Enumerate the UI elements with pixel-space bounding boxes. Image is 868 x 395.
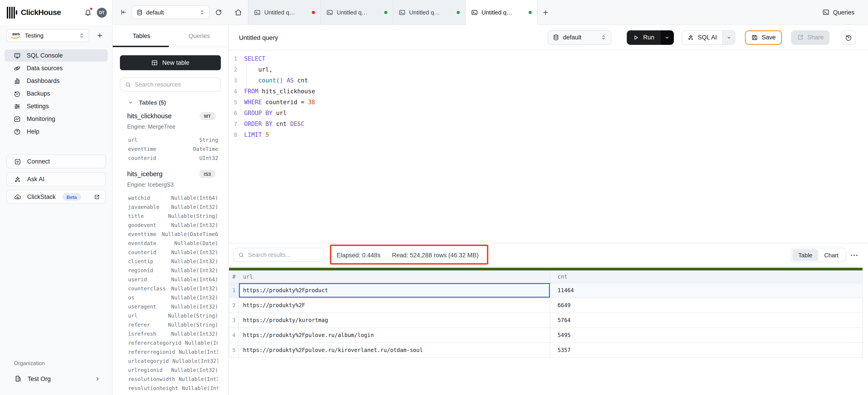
row-index: 2 [229,298,239,313]
new-table-button[interactable]: New table [120,55,221,70]
column-row: useragentNullable(Int32) [128,302,218,311]
column-name: userid [128,276,147,283]
database-selector[interactable]: default [132,5,210,19]
result-cell-cnt[interactable]: 6649 [550,298,862,313]
sidebar-item-backups[interactable]: Backups [4,87,108,100]
query-title[interactable]: Untitled query [239,34,278,41]
result-cell-url[interactable]: https://produkty%2Fpulove.ru/kiroverlane… [239,343,550,358]
line-number: 5 [228,97,237,108]
query-tab-status-dot [529,11,532,14]
workspace-selector[interactable]: aws Testing [6,29,89,42]
avatar[interactable]: DT [97,7,107,18]
tab-queries[interactable]: Queries [170,25,228,47]
run-options-chevron[interactable] [661,30,674,45]
backup-history-icon [13,90,21,97]
line-number: 1 [228,53,237,64]
query-tab[interactable]: Untitled q… [248,0,320,25]
add-service-plus-icon[interactable] [96,32,103,39]
result-cell-cnt[interactable]: 5764 [550,313,862,328]
sidebar-item-monitoring[interactable]: Monitoring [4,113,108,125]
chevron-updown-icon [199,9,205,15]
result-cell-cnt[interactable]: 5495 [550,328,862,342]
result-row[interactable]: 1https://produkty%2Fproduct11464 [229,283,862,298]
query-tab-label: Untitled q… [409,9,453,16]
sql-ai-options-chevron[interactable] [722,31,735,44]
result-cell-cnt[interactable]: 5357 [550,343,862,358]
tab-tables[interactable]: Tables [113,25,170,47]
column-type: Nullable(Int32) [179,376,218,382]
col-header-url[interactable]: url [239,271,550,283]
search-resources-input[interactable]: Search resources [120,78,221,91]
query-tab[interactable]: Untitled q… [320,0,393,25]
more-options-icon[interactable] [850,253,858,258]
result-row[interactable]: 4https://produkty%2Fpulove.ru/album/logi… [229,328,862,343]
result-row[interactable]: 2https://produkty%2F6649 [229,298,862,313]
line-number: 4 [228,86,237,97]
result-cell-url[interactable]: https://produkty%2Fpulove.ru/album/login [239,328,550,342]
tables-group-header[interactable]: Tables (5) [120,97,221,107]
query-tab[interactable]: Untitled q… [393,0,465,25]
column-row: eventdateNullable(Date) [128,239,218,248]
top-bar: ClickHouse DT default [0,0,868,25]
collapse-panel-icon[interactable] [120,9,127,16]
sidebar-item-dashboards[interactable]: Dashboards [4,75,108,87]
ask-ai-button[interactable]: Ask AI [6,172,106,186]
view-chart-button[interactable]: Chart [818,249,844,261]
aws-logo-icon: aws [11,32,21,39]
column-type: Nullable(Int32) [182,385,218,391]
table-item[interactable]: hits_clickhouse MT [127,111,221,121]
clickstack-button[interactable]: ClickStack Beta [6,190,106,204]
column-name: title [128,213,144,219]
refresh-icon[interactable] [215,9,222,16]
sidebar-item-sql-console[interactable]: SQL Console [4,49,108,62]
play-icon [633,34,639,40]
query-tab-label: Untitled q… [264,9,308,16]
result-row[interactable]: 3https://produkty/kurortmag5764 [229,313,862,328]
new-tab-plus-icon[interactable] [538,0,553,25]
col-header-cnt[interactable]: cnt [550,271,862,283]
column-type: Nullable(Int32) [171,258,218,264]
sidebar-item-settings[interactable]: Settings [4,100,108,112]
sidebar-item-data-sources[interactable]: Data sources [4,62,108,74]
table-item[interactable]: hits_iceberg IS3 [127,169,221,179]
result-cell-url[interactable]: https://produkty%2F [239,298,550,313]
terminal-icon [326,9,333,16]
code-text: ORDER BY cnt DESC [244,119,304,130]
sidebar-item-help[interactable]: Help [4,125,108,138]
beta-badge: Beta [62,193,81,201]
sidebar-item-label: Settings [27,103,49,110]
query-tab[interactable]: Untitled q… [465,0,538,25]
sql-ai-button[interactable]: SQL AI [682,30,736,45]
queries-button[interactable]: Queries [822,0,855,25]
column-name: urlregionid [128,367,162,373]
editor-database-selector[interactable]: default [548,30,611,45]
search-results-input[interactable]: Search results... [233,248,324,262]
engine-badge: MT [199,112,215,120]
editor-toolbar: Untitled query default Run [228,25,868,50]
save-button[interactable]: Save [745,30,782,45]
result-cell-url[interactable]: https://produkty%2Fproduct [239,283,550,298]
view-table-button[interactable]: Table [793,249,818,261]
clickhouse-logo-icon[interactable] [7,6,17,18]
result-row[interactable]: 5https://produkty%2Fpulove.ru/kiroverlan… [229,343,862,358]
notifications-bell-icon[interactable] [84,9,92,16]
column-type: Nullable(DateTime6 [162,231,218,237]
column-name: url [128,137,137,143]
result-cell-url[interactable]: https://produkty/kurortmag [239,313,550,328]
result-cell-cnt[interactable]: 11464 [550,283,862,298]
chevron-down-icon [664,35,670,40]
connect-button[interactable]: Connect [6,154,106,169]
home-icon[interactable] [228,0,248,25]
history-button[interactable] [841,30,856,45]
indent-guide [246,64,246,86]
column-row: urlNullable(String) [128,311,218,320]
panel-header: default [113,0,228,25]
row-index: 4 [229,328,239,342]
org-selector[interactable]: Test Org [6,372,106,386]
column-row: eventtimeDateTime [128,144,218,153]
query-tab-label: Untitled q… [337,9,381,16]
code-text: url, [244,64,273,75]
sql-editor[interactable]: 1SELECT2 url,3 count() AS cnt4FROM hits_… [228,50,868,243]
run-button[interactable]: Run [627,30,674,45]
share-button[interactable]: Share [791,30,830,45]
